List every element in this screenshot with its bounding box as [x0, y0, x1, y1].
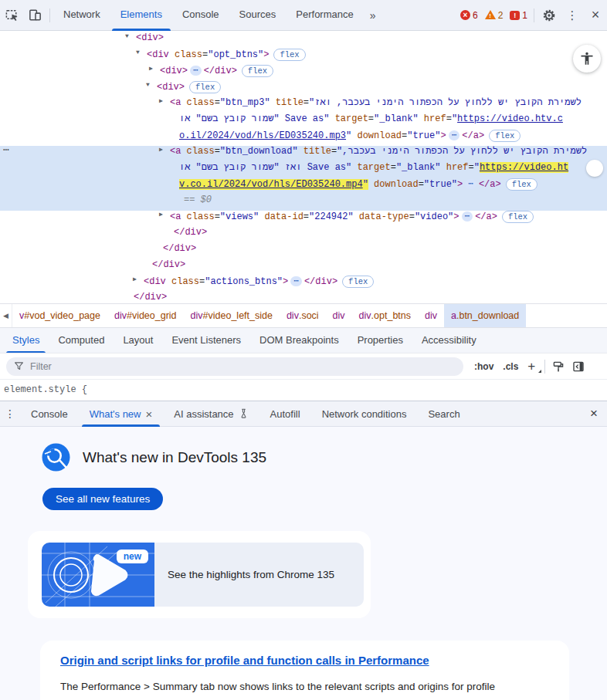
breadcrumb-item[interactable]: div	[326, 304, 352, 327]
tree-row[interactable]: ▶<div>⋯</div>flex	[0, 65, 607, 81]
styles-tab-styles[interactable]: Styles	[3, 328, 49, 353]
more-options-icon[interactable]: ⋮	[561, 5, 584, 26]
breadcrumb-item[interactable]: a.btn_download	[444, 304, 526, 327]
tree-row[interactable]: == $0	[0, 194, 607, 211]
filter-input[interactable]	[30, 361, 456, 372]
flex-badge[interactable]: flex	[189, 81, 221, 93]
breadcrumb-item[interactable]: div.soci	[280, 304, 326, 327]
styles-content[interactable]: element.style {	[0, 379, 607, 401]
inspect-element-icon[interactable]	[0, 5, 23, 26]
toggle-element-classes-button[interactable]: .cls	[498, 361, 523, 372]
article-body-text: The Performance > Summary tab now shows …	[60, 681, 549, 692]
accessibility-person-icon	[579, 51, 595, 66]
expand-arrow-down-icon[interactable]: ▼	[146, 81, 150, 88]
breadcrumb-item[interactable]: div.opt_btns	[352, 304, 418, 327]
tree-row[interactable]: ⋯▶<a class="btn_download" title="לשמירת …	[0, 146, 607, 162]
accessibility-widget-button[interactable]	[573, 45, 601, 73]
close-drawer-icon[interactable]: ×	[581, 406, 607, 421]
drawer-tab-network-conditions[interactable]: Network conditions	[311, 401, 418, 427]
panel-tab-elements[interactable]: Elements	[110, 0, 172, 31]
see-all-features-button[interactable]: See all new features	[42, 488, 163, 510]
tree-row[interactable]: </div>	[0, 259, 607, 276]
toggle-hover-state-button[interactable]: :hov	[470, 361, 498, 372]
breadcrumb-item[interactable]: div	[418, 304, 444, 327]
tree-row[interactable]: ▶<a class="btn_mp3" title="לשמירת הקובץ …	[0, 97, 607, 113]
tree-row[interactable]: </div>	[0, 243, 607, 259]
expand-arrow-right-icon[interactable]: ▶	[159, 97, 163, 104]
panel-tab-console[interactable]: Console	[172, 0, 229, 31]
flex-badge[interactable]: flex	[489, 130, 521, 142]
tree-row[interactable]: ▶<a class="views" data-id="224942" data-…	[0, 211, 607, 227]
breadcrumb-item[interactable]: div#video_left_side	[184, 304, 280, 327]
article-title-link[interactable]: Origin and script links for profile and …	[60, 654, 429, 667]
element-style-rule[interactable]: element.style {	[4, 384, 87, 395]
drawer-tab-whats-new[interactable]: What's new×	[79, 401, 164, 427]
breadcrumb-item[interactable]: div#video_grid	[107, 304, 184, 327]
panel-tab-sources[interactable]: Sources	[229, 0, 287, 31]
row-overflow-menu-icon[interactable]: ⋯	[3, 144, 10, 156]
hebrew-attribute-text: ואז "שמור קובץ בשם" או	[179, 162, 301, 173]
styles-tab-properties[interactable]: Properties	[348, 328, 412, 353]
drawer-menu-icon[interactable]: ⋮	[0, 403, 20, 424]
panel-tab-performance[interactable]: Performance	[286, 0, 363, 31]
panel-tabs: NetworkElementsConsoleSourcesPerformance	[53, 0, 364, 31]
flex-badge[interactable]: flex	[506, 178, 537, 191]
styles-tab-event-listeners[interactable]: Event Listeners	[162, 328, 250, 353]
expand-inline-button[interactable]: ⋯	[462, 211, 473, 221]
panel-tab-network[interactable]: Network	[53, 0, 110, 31]
styles-tab-dom-breakpoints[interactable]: DOM Breakpoints	[250, 328, 348, 353]
rendering-emulation-icon[interactable]	[548, 356, 568, 377]
tree-row[interactable]: ▼<div>flex	[0, 81, 607, 97]
issues-badge[interactable]: ! 1	[510, 10, 527, 21]
warnings-badge[interactable]: ! 2	[485, 10, 504, 21]
expand-inline-button[interactable]: ⋯	[449, 130, 460, 140]
breadcrumb-scroll-left-icon[interactable]: ◀	[0, 304, 12, 327]
code-segment-pun: =	[304, 211, 309, 222]
more-panels-chevron[interactable]: »	[364, 9, 382, 22]
expand-arrow-right-icon[interactable]: ▶	[149, 65, 153, 72]
device-toolbar-icon[interactable]	[23, 5, 46, 26]
tree-row[interactable]: ▼<div>	[0, 32, 607, 49]
tree-row[interactable]: ▼<div class="opt_btns">flex	[0, 49, 607, 65]
styles-filter-field[interactable]	[6, 357, 463, 376]
tree-row[interactable]: </div>	[0, 292, 607, 303]
flex-badge[interactable]: flex	[502, 211, 534, 223]
drawer-tab-label: Autofill	[270, 401, 300, 427]
expand-arrow-right-icon[interactable]: ▶	[133, 276, 137, 282]
errors-badge[interactable]: × 6	[460, 10, 478, 21]
styles-tab-accessibility[interactable]: Accessibility	[412, 328, 486, 353]
expand-inline-button[interactable]: ⋯	[190, 66, 202, 76]
drawer-tab-search[interactable]: Search	[417, 401, 470, 427]
toggle-sidebar-icon[interactable]	[568, 356, 588, 377]
drawer-tab-console[interactable]: Console	[20, 401, 79, 427]
expand-inline-button[interactable]: ⋯	[290, 276, 302, 286]
highlights-video-thumbnail[interactable]: new	[42, 543, 154, 607]
tree-row[interactable]: "שמור קובץ בשם" או Save as" target="_bla…	[0, 113, 607, 130]
breadcrumb-item[interactable]: v#vod_video_page	[12, 304, 107, 327]
tree-row[interactable]: ▶<div class="actions_btns">⋯</div>flex	[0, 276, 607, 292]
flex-badge[interactable]: flex	[342, 276, 374, 288]
highlights-caption-strip[interactable]: See the highlights from Chrome 135	[154, 543, 364, 607]
expand-arrow-right-icon[interactable]: ▶	[159, 146, 163, 153]
code-segment-link: https://video.htv.c	[457, 113, 563, 124]
close-tab-icon[interactable]: ×	[146, 408, 153, 420]
tree-row[interactable]: v.co.il/2024/vod/hls/ED035240.mp4" downl…	[0, 178, 607, 194]
expand-arrow-down-icon[interactable]: ▼	[125, 32, 129, 39]
styles-tab-layout[interactable]: Layout	[114, 328, 162, 353]
flex-badge[interactable]: flex	[273, 49, 305, 61]
settings-gear-icon[interactable]	[537, 5, 561, 26]
expand-arrow-right-icon[interactable]: ▶	[159, 211, 163, 218]
drawer-tab-autofill[interactable]: Autofill	[259, 401, 311, 427]
close-devtools-icon[interactable]: ×	[584, 5, 607, 26]
tree-row[interactable]: o.il/2024/vod/hls/ED035240.mp3" download…	[0, 130, 607, 146]
tree-row[interactable]: ואז "שמור קובץ בשם" או Save as" target="…	[0, 162, 607, 178]
toolbar-divider	[534, 8, 534, 22]
breadcrumb-cls: .soci	[299, 310, 319, 321]
tree-row[interactable]: </div>	[0, 227, 607, 243]
new-style-rule-button[interactable]: +	[523, 359, 540, 374]
flex-badge[interactable]: flex	[242, 65, 273, 77]
expand-inline-button[interactable]: ⋯	[465, 179, 476, 189]
drawer-tab-ai-assistance[interactable]: AI assistance	[163, 401, 259, 427]
expand-arrow-down-icon[interactable]: ▼	[136, 49, 140, 56]
styles-tab-computed[interactable]: Computed	[49, 328, 114, 353]
